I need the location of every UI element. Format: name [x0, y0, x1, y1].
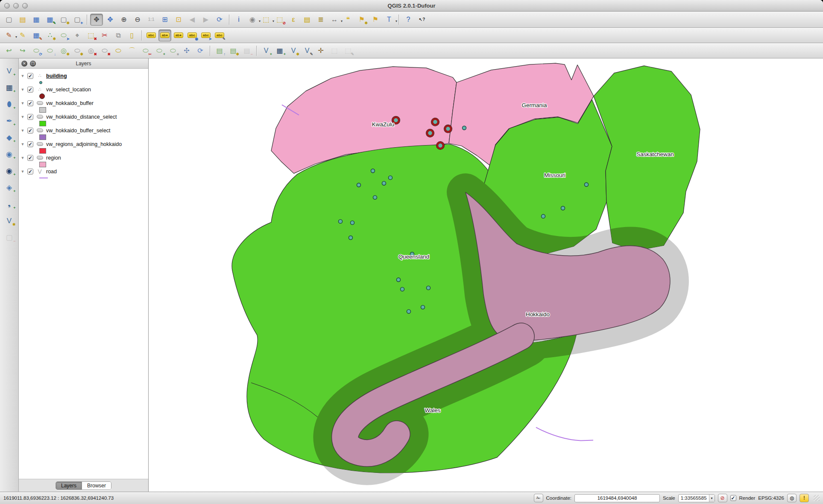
paste-as-new-layer-button[interactable]: ⬚ — [328, 45, 341, 57]
scale-dropdown-icon[interactable]: ▼ — [709, 495, 715, 502]
open-project-button[interactable]: ▤ — [16, 14, 29, 26]
toggle-editing-button[interactable]: ✎ — [16, 29, 29, 41]
whats-this-button[interactable]: ↖? — [416, 14, 428, 26]
select-features-button[interactable]: ⬚▾ — [260, 14, 272, 26]
pin-labels-button[interactable]: ab● — [158, 29, 171, 41]
add-vector-layer-2-button[interactable]: V+ — [260, 45, 272, 57]
field-calculator-button[interactable]: ≣ — [314, 14, 327, 26]
move-feature-button[interactable]: ⬭➤ — [57, 29, 70, 41]
edit-layer-button[interactable]: V✎ — [301, 45, 313, 57]
add-postgis-layer-button[interactable]: ⬮+ — [3, 98, 16, 111]
undo-button[interactable]: ↩ — [3, 45, 15, 57]
copy-features-button[interactable]: ⧉ — [112, 29, 125, 41]
zoom-in-button[interactable]: ⊕ — [117, 14, 130, 26]
add-wcs-layer-button[interactable]: ◉+ — [3, 164, 16, 177]
coordinate-input[interactable] — [574, 494, 660, 502]
pan-to-selection-button[interactable]: ✥ — [104, 14, 117, 26]
labeling-options-button[interactable]: abc — [145, 29, 158, 41]
refresh-map-button[interactable]: ⟳ — [213, 14, 226, 26]
run-feature-action-button[interactable]: ◉▾ — [246, 14, 259, 26]
resize-grip[interactable] — [814, 495, 820, 501]
panel-close-button[interactable]: ✕ — [21, 61, 27, 67]
minimize-window-button[interactable] — [13, 3, 19, 9]
layer-item-vw_hokkaido_buffer[interactable]: ▼✓vw_hokkaido_buffer — [21, 99, 148, 107]
add-delimited-text-layer-button[interactable]: ❟+ — [3, 198, 16, 210]
layer-item-vw_select_location[interactable]: ▼✓∴vw_select_location — [21, 86, 148, 93]
move-label-button[interactable]: abc➤ — [199, 29, 212, 41]
layer-expand-icon[interactable]: ▼ — [21, 101, 25, 105]
save-project-button[interactable]: ▦ — [30, 14, 43, 26]
layer-expand-icon[interactable]: ▼ — [21, 115, 25, 119]
new-project-button[interactable]: ▢ — [3, 14, 15, 26]
add-spatialite-layer-button[interactable]: ✒+ — [3, 114, 16, 127]
open-attribute-table-button[interactable]: ▤ — [301, 14, 313, 26]
add-part-button[interactable]: ⬭✱ — [71, 45, 84, 57]
identify-features-button[interactable]: i — [232, 14, 245, 26]
measure-line-button[interactable]: ↔▾ — [328, 14, 341, 26]
tab-browser[interactable]: Browser — [82, 482, 111, 489]
layer-item-region[interactable]: ▼✓region — [21, 154, 148, 161]
stop-render-icon[interactable]: ⊘ — [718, 494, 727, 502]
zoom-to-selection-button[interactable]: ⊡ — [172, 14, 185, 26]
layer-visibility-checkbox[interactable]: ✓ — [27, 155, 33, 161]
offset-curve-button[interactable]: ⌒ — [126, 45, 138, 57]
tab-layers[interactable]: Layers — [56, 482, 82, 489]
map-tools-button[interactable]: ✛ — [314, 45, 327, 57]
zoom-out-button[interactable]: ⊖ — [131, 14, 144, 26]
current-edits-button[interactable]: ✎▾ — [3, 29, 15, 41]
rotate-point-symbols-button[interactable]: ✣ — [180, 45, 193, 57]
zoom-last-button[interactable]: ◀ — [186, 14, 199, 26]
rotate-feature-button[interactable]: ⬭⟳ — [30, 45, 43, 57]
close-window-button[interactable] — [4, 3, 10, 9]
add-wms-layer-button[interactable]: ◉+ — [3, 148, 16, 160]
redo-button[interactable]: ↪ — [16, 45, 29, 57]
crs-status-icon[interactable]: ◍ — [787, 494, 797, 502]
zoom-full-button[interactable]: ⊞ — [158, 14, 171, 26]
show-hide-labels-button[interactable]: abc◉ — [186, 29, 199, 41]
cut-features-button[interactable]: ✂ — [98, 29, 111, 41]
new-shapefile-layer-2-button[interactable]: V✱ — [287, 45, 300, 57]
text-annotation-button[interactable]: T▾ — [383, 14, 395, 26]
layer-item-vw_hokkaido_buffer_select[interactable]: ▼✓vw_hokkaido_buffer_select — [21, 127, 148, 134]
scale-combo[interactable]: 1:33565585 ▼ — [678, 494, 715, 502]
deselect-features-button[interactable]: ⬚⊘ — [273, 14, 286, 26]
panel-float-button[interactable]: ❐ — [30, 61, 36, 67]
simplify-feature-button[interactable]: ⬭↓ — [44, 45, 56, 57]
snapping-options-icon[interactable]: ✁ — [534, 494, 543, 502]
split-features-button[interactable]: ⬭✂ — [139, 45, 152, 57]
delete-selected-button[interactable]: ⬚✖ — [85, 29, 97, 41]
layer-visibility-checkbox[interactable]: ✓ — [27, 128, 33, 134]
add-raster-layer-button[interactable]: ▦+ — [3, 81, 16, 94]
change-label-button[interactable]: abc✎ — [213, 29, 226, 41]
node-tool-button[interactable]: ⌖ — [71, 29, 84, 41]
layer-expand-icon[interactable]: ▼ — [21, 156, 25, 160]
select-by-expression-button[interactable]: ε — [287, 14, 300, 26]
layer-item-vw_regions_adjoining_hokkaido[interactable]: ▼✓vw_regions_adjoining_hokkaido — [21, 140, 148, 148]
edit-paste-layer-button[interactable]: ⬚✎ — [342, 45, 354, 57]
map-canvas[interactable]: KwaZuluGermaniaMissouriSaskatchewanQueen… — [149, 58, 823, 492]
redraw-edits-button[interactable]: ⟳ — [194, 45, 207, 57]
layer-item-vw_hokkaido_distance_select[interactable]: ▼✓vw_hokkaido_distance_select — [21, 113, 148, 120]
layer-expand-icon[interactable]: ▼ — [21, 87, 25, 92]
layer-visibility-checkbox[interactable]: ✓ — [27, 87, 33, 93]
map-tips-button[interactable]: ❝ — [342, 14, 354, 26]
pan-map-button[interactable]: ✥ — [90, 14, 103, 26]
save-layer-as-button[interactable]: ▤↑ — [213, 45, 226, 57]
layer-visibility-checkbox[interactable]: ✓ — [27, 114, 33, 120]
save-layer-edits-button[interactable]: ▦✎ — [30, 29, 43, 41]
composer-manager-button[interactable]: ▢✦ — [71, 14, 84, 26]
delete-part-button[interactable]: ⬭✖ — [98, 45, 111, 57]
new-bookmark-button[interactable]: ⚑✱ — [355, 14, 368, 26]
save-project-as-button[interactable]: ▦✎ — [44, 14, 56, 26]
layer-visibility-checkbox[interactable]: ✓ — [27, 73, 33, 79]
layer-expand-icon[interactable]: ▼ — [21, 142, 25, 146]
add-raster-layer-2-button[interactable]: ▦+ — [273, 45, 286, 57]
add-wfs-layer-button[interactable]: ◈+ — [3, 181, 16, 194]
add-ring-button[interactable]: ◎✱ — [57, 45, 70, 57]
merge-features-button[interactable]: ⬭+ — [153, 45, 166, 57]
layer-item-building[interactable]: ▼✓∴building — [21, 72, 148, 79]
zoom-next-button[interactable]: ▶ — [199, 14, 212, 26]
merge-feature-attributes-button[interactable]: ⬭≡ — [167, 45, 179, 57]
zoom-window-button[interactable] — [22, 3, 28, 9]
delete-ring-button[interactable]: ◎✖ — [85, 45, 97, 57]
